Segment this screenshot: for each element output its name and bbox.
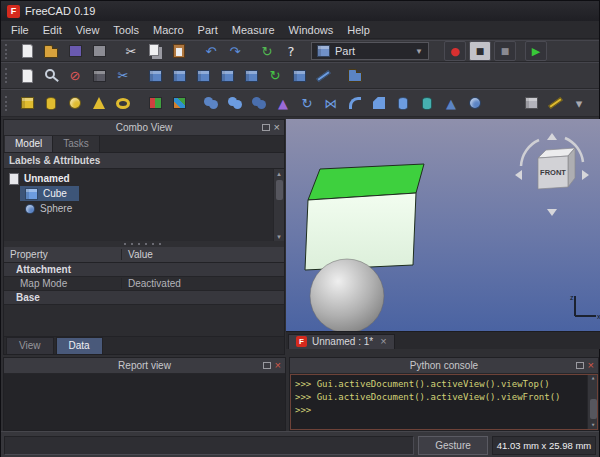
thickness-icon[interactable] [463, 93, 487, 114]
bottom-view-icon[interactable] [287, 65, 311, 86]
close-panel-icon[interactable]: × [275, 360, 281, 371]
print-icon[interactable] [87, 41, 111, 62]
macro-stop-button[interactable]: ■ [469, 41, 491, 61]
offset-icon[interactable]: ▲ [439, 93, 463, 114]
extrude-icon[interactable]: ▲ [271, 93, 295, 114]
property-group-base[interactable]: Base [4, 291, 284, 305]
viewport-canvas[interactable]: FRONT z x [286, 119, 600, 331]
cut-icon[interactable]: ✂ [119, 41, 143, 62]
scroll-down-icon[interactable]: ▾ [277, 232, 281, 241]
shape-builder-icon[interactable] [167, 93, 191, 114]
scroll-thumb[interactable] [276, 180, 283, 200]
property-group-attachment[interactable]: Attachment [4, 263, 284, 277]
copy-icon[interactable] [143, 41, 167, 62]
open-document-icon[interactable] [39, 41, 63, 62]
nav-cube-front-label[interactable]: FRONT [540, 168, 566, 177]
save-icon[interactable] [63, 41, 87, 62]
menu-edit[interactable]: Edit [36, 21, 69, 38]
fit-all-icon[interactable] [39, 65, 63, 86]
draw-style-icon[interactable]: ⊘ [63, 65, 87, 86]
sphere-object[interactable] [310, 259, 384, 331]
group-folder-icon[interactable] [343, 65, 367, 86]
measure-angular-icon[interactable]: ▾ [567, 93, 591, 114]
axonometric-view-icon[interactable] [143, 65, 167, 86]
rotate-view-icon[interactable]: ↻ [263, 65, 287, 86]
whats-this-icon[interactable]: ? [279, 41, 303, 62]
document-icon[interactable] [15, 65, 39, 86]
new-document-icon[interactable] [15, 41, 39, 62]
scroll-up-icon[interactable]: ▴ [277, 169, 281, 178]
top-view-icon[interactable] [191, 65, 215, 86]
create-primitives-icon[interactable] [143, 93, 167, 114]
report-view-header[interactable]: Report view × [4, 358, 285, 374]
python-console-body[interactable]: >>> Gui.activeDocument().activeView().vi… [290, 374, 598, 430]
tree-item-sphere[interactable]: Sphere [20, 201, 84, 216]
measure-toggle-icon[interactable] [519, 93, 543, 114]
tab-view[interactable]: View [6, 337, 54, 354]
report-view-body[interactable] [4, 374, 285, 430]
python-console-header[interactable]: Python console × [290, 358, 598, 374]
menu-help[interactable]: Help [340, 21, 377, 38]
clip-plane-icon[interactable]: ✂ [111, 65, 135, 86]
chamfer-icon[interactable] [367, 93, 391, 114]
scroll-thumb[interactable] [590, 399, 597, 419]
tree-item-cube[interactable]: Cube [20, 186, 79, 201]
paste-icon[interactable] [167, 41, 191, 62]
menu-part[interactable]: Part [191, 21, 225, 38]
menu-tools[interactable]: Tools [106, 21, 146, 38]
document-tab[interactable]: F Unnamed : 1* × [288, 334, 395, 349]
sweep-icon[interactable] [415, 93, 439, 114]
console-scrollbar[interactable]: ▴ ▾ [587, 374, 598, 430]
tree-item-document[interactable]: Unnamed [4, 171, 82, 186]
menu-file[interactable]: File [4, 21, 36, 38]
boolean-cut-icon[interactable] [223, 93, 247, 114]
front-view-icon[interactable] [167, 65, 191, 86]
primitive-box-icon[interactable] [15, 93, 39, 114]
3d-viewport[interactable]: FRONT z x [286, 119, 600, 331]
float-panel-icon[interactable] [263, 362, 271, 369]
right-view-icon[interactable] [215, 65, 239, 86]
primitive-torus-icon[interactable] [111, 93, 135, 114]
scroll-down-icon[interactable]: ▾ [591, 421, 595, 430]
tab-model[interactable]: Model [5, 136, 53, 152]
loft-icon[interactable] [391, 93, 415, 114]
close-tab-icon[interactable]: × [380, 336, 386, 347]
measure-linear-icon[interactable] [543, 93, 567, 114]
rear-view-icon[interactable] [239, 65, 263, 86]
cube-object[interactable] [305, 164, 424, 270]
gesture-button[interactable]: Gesture [418, 436, 488, 455]
boolean-common-icon[interactable] [247, 93, 271, 114]
macros-dialog-button[interactable]: ■ [494, 41, 516, 61]
close-panel-icon[interactable]: × [588, 360, 594, 371]
scroll-up-icon[interactable]: ▴ [591, 374, 595, 383]
mirror-icon[interactable]: ⋈ [319, 93, 343, 114]
workbench-selector[interactable]: Part ▼ [311, 42, 429, 60]
menu-windows[interactable]: Windows [282, 21, 341, 38]
revolve-icon[interactable]: ↻ [295, 93, 319, 114]
measure-distance-icon[interactable] [311, 65, 335, 86]
boolean-union-icon[interactable] [199, 93, 223, 114]
value-column-header[interactable]: Value [122, 249, 284, 260]
tab-data[interactable]: Data [56, 337, 103, 354]
menu-measure[interactable]: Measure [225, 21, 282, 38]
property-column-header[interactable]: Property [4, 249, 122, 260]
titlebar[interactable]: F FreeCAD 0.19 [1, 1, 599, 21]
primitive-sphere-icon[interactable] [63, 93, 87, 114]
float-panel-icon[interactable] [576, 362, 584, 369]
menu-view[interactable]: View [69, 21, 107, 38]
tree-scrollbar[interactable]: ▴ ▾ [273, 169, 284, 241]
execute-macro-button[interactable]: ▶ [525, 41, 547, 61]
float-panel-icon[interactable] [262, 124, 270, 131]
texture-cube-icon[interactable] [87, 65, 111, 86]
console-prompt[interactable]: >>> [295, 404, 593, 417]
close-panel-icon[interactable]: × [274, 122, 280, 133]
refresh-icon[interactable]: ↻ [255, 41, 279, 62]
tab-tasks[interactable]: Tasks [53, 136, 100, 152]
primitive-cylinder-icon[interactable] [39, 93, 63, 114]
redo-icon[interactable]: ↷ [223, 41, 247, 62]
combo-view-header[interactable]: Combo View × [4, 120, 284, 136]
menu-macro[interactable]: Macro [146, 21, 191, 38]
property-row-map-mode[interactable]: Map Mode Deactivated [4, 277, 284, 291]
primitive-cone-icon[interactable] [87, 93, 111, 114]
undo-icon[interactable]: ↶ [199, 41, 223, 62]
